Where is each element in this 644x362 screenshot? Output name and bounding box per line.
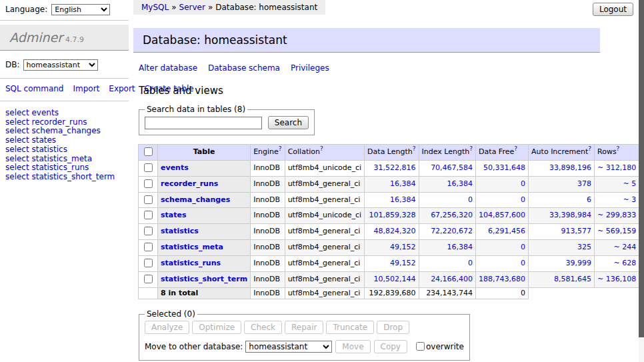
db-select[interactable]: homeassistant (23, 59, 98, 71)
rows-count-link[interactable]: ~ 136,108 (597, 275, 636, 283)
data-length-link[interactable]: 31,522,816 (374, 163, 416, 172)
auto-increment-link[interactable]: 913,577 (561, 227, 592, 235)
rows-count-link[interactable]: ~ 299,833 (597, 211, 636, 219)
auto-increment-link[interactable]: 325 (577, 243, 591, 251)
data-free-link[interactable]: 50,331,648 (483, 163, 525, 172)
help-link[interactable]: ? (413, 145, 416, 152)
app-name[interactable]: Adminer (9, 30, 63, 45)
data-length-link[interactable]: 101,859,328 (369, 211, 416, 219)
collation-cell: utf8mb4_general_ci (285, 224, 364, 240)
selected-action-button[interactable]: Analyze (145, 321, 189, 334)
rows-count-link[interactable]: ~ 312,180 (597, 163, 636, 172)
index-length-link[interactable]: 0 (468, 195, 473, 204)
index-length-link[interactable]: 72,220,672 (431, 227, 473, 235)
rows-count-link[interactable]: ~ 628 (613, 259, 636, 267)
data-length-link[interactable]: 49,152 (390, 243, 416, 251)
move-db-select[interactable]: homeassistant (245, 341, 332, 353)
data-length-link[interactable]: 10,502,144 (374, 275, 416, 283)
auto-increment-link[interactable]: 39,999 (566, 259, 592, 267)
auto-increment-link[interactable]: 8,581,645 (554, 275, 591, 283)
table-select-link[interactable]: select recorder_runs (5, 118, 123, 127)
help-link[interactable]: ? (588, 145, 591, 152)
index-length-link[interactable]: 70,467,584 (431, 163, 473, 172)
search-button[interactable]: Search (268, 116, 309, 129)
data-free-link[interactable]: 0 (521, 259, 525, 267)
table-name-link[interactable]: statistics_short_term (161, 275, 247, 283)
data-length-link[interactable]: 16,384 (390, 179, 416, 188)
table-name-link[interactable]: states (161, 211, 187, 219)
row-checkbox[interactable] (144, 227, 153, 235)
data-free-link[interactable]: 188,743,680 (479, 275, 525, 283)
data-length-link[interactable]: 48,824,320 (374, 227, 416, 235)
row-checkbox[interactable] (144, 179, 153, 188)
row-checkbox[interactable] (144, 195, 153, 204)
help-link[interactable]: ? (279, 145, 282, 152)
sidebar-action-link[interactable]: SQL command (5, 84, 63, 93)
search-input[interactable] (145, 117, 262, 129)
sidebar-action-link[interactable]: Import (73, 84, 99, 93)
index-length-link[interactable]: 0 (468, 259, 473, 267)
selected-action-button[interactable]: Check (244, 321, 282, 334)
copy-button[interactable]: Copy (374, 340, 407, 353)
table-select-link[interactable]: select statistics_runs (5, 163, 123, 173)
move-button[interactable]: Move (335, 340, 370, 353)
index-length-link[interactable]: 67,256,320 (431, 211, 473, 219)
index-length-link[interactable]: 24,166,400 (431, 275, 473, 283)
help-link[interactable]: ? (514, 145, 517, 152)
data-free-link[interactable]: 0 (521, 243, 525, 251)
total-collation: utf8mb4_general_ci (285, 287, 364, 299)
selected-action-button[interactable]: Optimize (192, 321, 241, 334)
data-free-link[interactable]: 104,857,600 (479, 211, 525, 219)
overwrite-checkbox[interactable] (416, 342, 425, 351)
table-name-link[interactable]: statistics_meta (161, 243, 223, 251)
auto-increment-link[interactable]: 33,898,196 (549, 163, 591, 172)
row-checkbox[interactable] (144, 163, 153, 172)
index-length-link[interactable]: 16,384 (447, 179, 473, 188)
breadcrumb-mysql-link[interactable]: MySQL (141, 3, 169, 12)
selected-action-button[interactable]: Truncate (326, 321, 374, 334)
scrollbar-thumb[interactable] (639, 0, 644, 337)
rows-count-link[interactable]: ~ 244 (613, 243, 636, 251)
table-name-link[interactable]: recorder_runs (161, 179, 218, 188)
auto-increment-link[interactable]: 378 (577, 179, 591, 188)
row-checkbox[interactable] (144, 211, 153, 219)
table-select-link[interactable]: select statistics (5, 145, 123, 155)
index-length-link[interactable]: 16,384 (447, 243, 473, 251)
auto-increment-link[interactable]: 33,398,984 (549, 211, 591, 219)
select-all-checkbox[interactable] (144, 147, 153, 156)
row-checkbox[interactable] (144, 259, 153, 267)
row-checkbox[interactable] (144, 243, 153, 251)
database-action-link[interactable]: Alter database (139, 63, 197, 73)
table-name-link[interactable]: schema_changes (161, 195, 230, 204)
table-name-link[interactable]: events (161, 163, 189, 172)
rows-count-link[interactable]: ~ 3 (623, 195, 636, 204)
table-select-link[interactable]: select events (5, 109, 123, 118)
logout-button[interactable]: Logout (593, 3, 633, 16)
selected-action-button[interactable]: Repair (285, 321, 323, 334)
language-select[interactable]: English (51, 4, 110, 15)
scrollbar-track[interactable] (639, 0, 644, 362)
help-link[interactable]: ? (617, 145, 620, 152)
auto-increment-link[interactable]: 6 (587, 195, 591, 204)
table-select-link[interactable]: select statistics_short_term (5, 173, 123, 182)
table-select-link[interactable]: select statistics_meta (5, 155, 123, 164)
rows-count-link[interactable]: ~ 5 (623, 179, 636, 188)
help-link[interactable]: ? (320, 145, 323, 152)
breadcrumb-server-link[interactable]: Server (179, 3, 205, 12)
data-free-link[interactable]: 6,291,456 (488, 227, 525, 235)
data-free-link[interactable]: 0 (521, 195, 525, 204)
row-checkbox[interactable] (144, 275, 153, 283)
table-select-link[interactable]: select schema_changes (5, 127, 123, 136)
table-select-link[interactable]: select states (5, 136, 123, 145)
selected-action-button[interactable]: Drop (377, 321, 409, 334)
rows-count-link[interactable]: ~ 569,159 (597, 227, 636, 235)
help-link[interactable]: ? (469, 145, 473, 152)
data-length-link[interactable]: 16,384 (390, 195, 416, 204)
table-name-link[interactable]: statistics (161, 227, 199, 235)
database-action-link[interactable]: Database schema (208, 63, 280, 73)
table-name-link[interactable]: statistics_runs (161, 259, 221, 267)
sidebar-action-link[interactable]: Export (109, 84, 135, 93)
data-length-link[interactable]: 49,152 (390, 259, 416, 267)
data-free-link[interactable]: 0 (521, 179, 525, 188)
database-action-link[interactable]: Privileges (291, 63, 329, 73)
